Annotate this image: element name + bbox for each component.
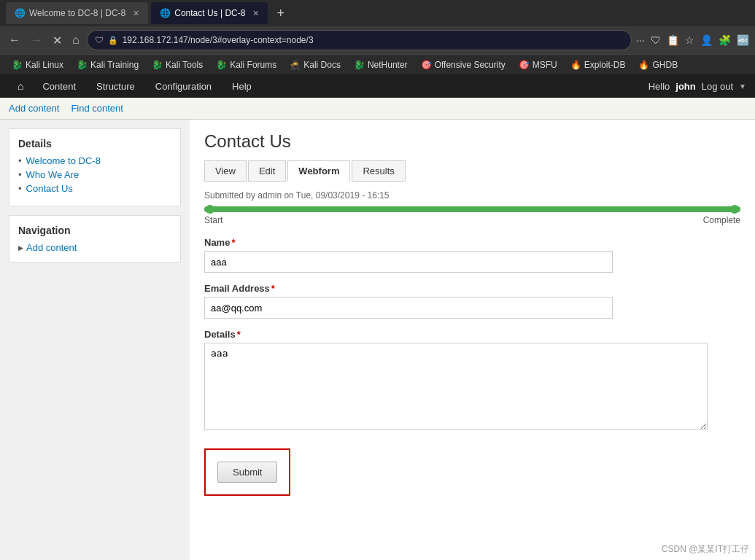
admin-menu-configuration[interactable]: Configuration — [145, 74, 222, 98]
tab2-close[interactable]: ✕ — [252, 9, 259, 18]
forward-button[interactable]: → — [28, 31, 45, 50]
tab2-label: Contact Us | DC-8 — [174, 8, 245, 18]
email-form-group: Email Address* — [204, 283, 740, 319]
more-icon[interactable]: ··· — [636, 34, 645, 46]
admin-hello-label: Hello — [648, 81, 670, 92]
browser-tab-2[interactable]: 🌐 Contact Us | DC-8 ✕ — [151, 2, 268, 24]
details-required-star: * — [237, 329, 241, 340]
bookmark-star-icon[interactable]: ☆ — [685, 34, 694, 46]
bookmark-kali-training-label: Kali Training — [90, 60, 139, 70]
back-button[interactable]: ← — [6, 31, 23, 50]
sidebar-item-welcome[interactable]: Welcome to DC-8 — [18, 155, 171, 166]
find-content-link[interactable]: Find content — [71, 103, 123, 114]
bookmark-exploit-db[interactable]: 🔥 Exploit-DB — [565, 58, 632, 72]
pocket-icon[interactable]: 🛡 — [651, 34, 661, 46]
exploit-db-icon: 🔥 — [570, 60, 581, 70]
bookmark-kali-docs-label: Kali Docs — [303, 60, 341, 70]
sub-admin-bar: Add content Find content — [0, 98, 755, 120]
main-content: Details Welcome to DC-8 Who We Are Conta… — [0, 120, 755, 560]
admin-right: Hello john Log out ▼ — [648, 81, 746, 92]
sidebar-item-who-we-are[interactable]: Who We Are — [18, 169, 171, 180]
refresh-button[interactable]: ✕ — [50, 31, 65, 50]
admin-dropdown-arrow[interactable]: ▼ — [739, 82, 746, 90]
progress-dot-end — [730, 205, 739, 214]
tab1-label: Welcome to DC-8 | DC-8 — [29, 8, 125, 18]
kali-forums-icon: 🐉 — [216, 60, 227, 70]
nethunter-icon: 🐉 — [354, 60, 365, 70]
details-label: Details* — [204, 329, 740, 340]
toolbar-icons: ··· 🛡 📋 ☆ 👤 🧩 🔤 — [636, 34, 749, 46]
sidebar-details-title: Details — [18, 138, 171, 149]
security-icon: 🛡 — [95, 35, 104, 45]
sidebar-link-contact-us[interactable]: Contact Us — [26, 183, 73, 194]
sidebar-details-list: Welcome to DC-8 Who We Are Contact Us — [18, 155, 171, 194]
admin-logout-link[interactable]: Log out — [702, 81, 733, 92]
progress-labels: Start Complete — [204, 215, 740, 225]
ghdb-icon: 🔥 — [638, 60, 649, 70]
lock-icon: 🔒 — [108, 36, 118, 45]
tab1-close[interactable]: ✕ — [133, 9, 139, 18]
bookmark-ghdb-label: GHDB — [652, 60, 678, 70]
kali-tools-icon: 🐉 — [152, 60, 163, 70]
content-tabs: View Edit Webform Results — [204, 160, 740, 182]
admin-menu-help[interactable]: Help — [222, 74, 262, 98]
address-bar[interactable]: 🛡 🔒 192.168.172.147/node/3#overlay-conte… — [87, 30, 632, 50]
progress-fill — [204, 206, 740, 212]
progress-container: Start Complete — [204, 206, 740, 225]
progress-track — [204, 206, 740, 212]
home-button[interactable]: ⌂ — [69, 31, 82, 50]
sidebar-add-content-expand[interactable]: Add content — [18, 242, 171, 253]
tab-edit[interactable]: Edit — [248, 160, 286, 182]
extensions-icon[interactable]: 🧩 — [719, 34, 731, 46]
progress-complete-label: Complete — [703, 215, 740, 225]
kali-linux-icon: 🐉 — [12, 60, 23, 70]
drupal-admin-bar: ⌂ Content Structure Configuration Help H… — [0, 74, 755, 98]
bookmark-kali-linux-label: Kali Linux — [26, 60, 63, 70]
translate-icon[interactable]: 🔤 — [737, 34, 749, 46]
offensive-security-icon: 🎯 — [421, 60, 432, 70]
bookmark-exploit-db-label: Exploit-DB — [584, 60, 626, 70]
bookmark-ghdb[interactable]: 🔥 GHDB — [632, 58, 684, 72]
browser-toolbar: ← → ✕ ⌂ 🛡 🔒 192.168.172.147/node/3#overl… — [0, 26, 755, 54]
tab-view[interactable]: View — [204, 160, 247, 182]
sidebar-item-contact-us[interactable]: Contact Us — [18, 183, 171, 194]
bookmark-offensive-security[interactable]: 🎯 Offensive Security — [415, 58, 511, 72]
email-input[interactable] — [204, 297, 613, 319]
profile-icon[interactable]: 👤 — [700, 34, 713, 46]
details-form-group: Details* aaa — [204, 329, 740, 432]
bookmark-nethunter[interactable]: 🐉 NetHunter — [348, 58, 414, 72]
name-input[interactable] — [204, 251, 613, 273]
progress-dot-start — [206, 205, 214, 214]
bookmark-kali-forums-label: Kali Forums — [230, 60, 276, 70]
tab-webform[interactable]: Webform — [287, 160, 350, 182]
kali-docs-icon: 🥷 — [290, 60, 301, 70]
submit-button[interactable]: Submit — [217, 462, 277, 483]
new-tab-button[interactable]: + — [271, 6, 290, 21]
admin-menu-structure[interactable]: Structure — [86, 74, 145, 98]
browser-tab-1[interactable]: 🌐 Welcome to DC-8 | DC-8 ✕ — [6, 2, 148, 24]
bookmark-nethunter-label: NetHunter — [368, 60, 408, 70]
bookmark-kali-linux[interactable]: 🐉 Kali Linux — [6, 58, 69, 72]
sidebar-link-who-we-are[interactable]: Who We Are — [26, 169, 80, 180]
add-content-link[interactable]: Add content — [9, 103, 59, 114]
bookmark-kali-tools[interactable]: 🐉 Kali Tools — [146, 58, 209, 72]
bookmark-kali-training[interactable]: 🐉 Kali Training — [71, 58, 144, 72]
sidebar: Details Welcome to DC-8 Who We Are Conta… — [0, 120, 190, 560]
tab2-favicon: 🌐 — [160, 8, 170, 18]
sidebar-details-block: Details Welcome to DC-8 Who We Are Conta… — [9, 128, 181, 206]
sidebar-link-welcome[interactable]: Welcome to DC-8 — [26, 155, 101, 166]
admin-home-icon[interactable]: ⌂ — [9, 74, 32, 98]
details-textarea[interactable]: aaa — [204, 343, 708, 430]
page-title: Contact Us — [204, 131, 740, 152]
page-content: Contact Us View Edit Webform Results Sub… — [190, 120, 755, 560]
name-label: Name* — [204, 237, 740, 248]
bookmark-msfu[interactable]: 🎯 MSFU — [513, 58, 563, 72]
admin-menu-content[interactable]: Content — [32, 74, 86, 98]
tab1-favicon: 🌐 — [15, 8, 25, 18]
screenshot-icon[interactable]: 📋 — [667, 34, 679, 46]
bookmark-kali-forums[interactable]: 🐉 Kali Forums — [210, 58, 282, 72]
msfu-icon: 🎯 — [519, 60, 530, 70]
bookmark-kali-docs[interactable]: 🥷 Kali Docs — [284, 58, 346, 72]
sidebar-add-content-label: Add content — [26, 242, 77, 253]
tab-results[interactable]: Results — [352, 160, 405, 182]
